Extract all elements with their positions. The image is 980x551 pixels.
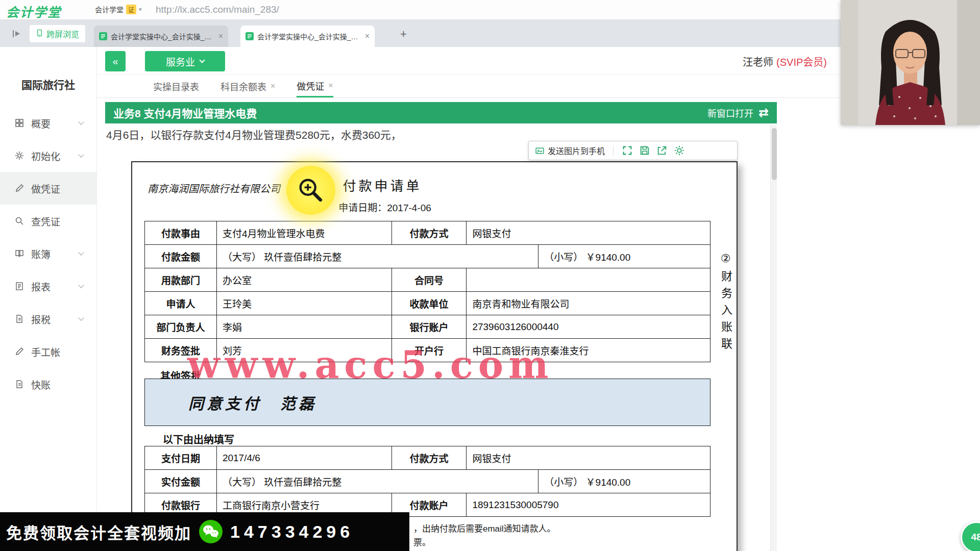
payment-form-image[interactable]: 南京海润国际旅行社有限公司 付款申请单 申请日期：2017-4-06 付款事由 … — [131, 161, 738, 551]
cashier-table: 支付日期 2017/4/6 付款方式 网银支付 实付金额 （大写） 玖仟壹佰肆拾… — [144, 446, 710, 517]
close-icon[interactable]: × — [365, 32, 370, 41]
settings-gear-icon[interactable] — [674, 145, 685, 156]
cell-label: 付款方式 — [392, 221, 467, 245]
open-new-window-button[interactable]: 新窗口打开 ⇄ — [707, 106, 769, 120]
sidebar-toggle-icon[interactable] — [11, 28, 22, 39]
send-to-phone-label: 发送图片到手机 — [548, 144, 605, 157]
cell-value: 李娟 — [217, 315, 392, 339]
cell-label: 银行账户 — [392, 315, 467, 339]
tab-account-balance[interactable]: 科目余额表 × — [220, 75, 275, 97]
user-account[interactable]: 汪老师 (SVIP会员) — [743, 54, 827, 69]
cell-value: （小写） ￥9140.00 — [538, 470, 710, 493]
sidebar-item-label: 做凭证 — [31, 182, 60, 195]
doc-icon — [14, 379, 24, 389]
industry-label: 服务业 — [166, 55, 195, 68]
promo-bar: 免费领取会计全套视频加 147334296 — [0, 512, 409, 551]
user-name: 汪老师 — [743, 54, 773, 69]
browser-address-bar: 会计学堂 会计学堂 证 ▾ http://lx.acc5.com/main_28… — [0, 0, 980, 20]
url-field[interactable]: http://lx.acc5.com/main_283/ — [156, 4, 279, 15]
browser-tab[interactable]: 会计学堂实操中心_会计实操_会... × — [94, 26, 228, 47]
browser-tab-strip: 跨屏浏览 会计学堂实操中心_会计实操_会... × 会计学堂实操中心_会计实操_… — [0, 20, 980, 47]
cell-value: 王玲美 — [217, 292, 392, 315]
wechat-number: 147334296 — [230, 522, 354, 542]
business-description: 4月6日，以银行存款支付4月物业管理费5280元，水费360元， — [106, 127, 402, 142]
tab-label: 做凭证 — [297, 79, 324, 92]
chevron-down-icon — [78, 152, 84, 157]
sidebar-item-quick-account[interactable]: 快账 — [0, 368, 96, 400]
edit-pen-icon — [14, 183, 24, 193]
screen: 会计学堂 会计学堂 证 ▾ http://lx.acc5.com/main_28… — [0, 0, 980, 551]
tab-title: 会计学堂实操中心_会计实操_会... — [111, 31, 215, 41]
sidebar-item-label: 查凭证 — [31, 214, 60, 228]
cross-screen-button[interactable]: 跨屏浏览 — [30, 25, 85, 42]
wechat-icon — [199, 519, 223, 544]
scrollbar-track[interactable] — [770, 125, 777, 551]
new-tab-button[interactable]: + — [400, 29, 407, 39]
table-row: 付款金额 （大写） 玖仟壹佰肆拾元整 （小写） ￥9140.00 — [145, 245, 710, 268]
sidebar-item-label: 快账 — [31, 378, 51, 391]
cell-value: 支付4月物业管理水电费 — [217, 221, 392, 245]
cell-label: 财务签批 — [145, 339, 217, 362]
tab-practice-directory[interactable]: 实操目录表 — [153, 75, 199, 97]
cell-label: 用款部门 — [145, 268, 217, 292]
sidebar-item-manual-account[interactable]: 手工帐 — [0, 335, 96, 368]
sidebar-item-label: 手工帐 — [31, 345, 60, 359]
page-favicon — [99, 32, 107, 40]
cell-label: 开户行 — [392, 339, 467, 362]
tab-label: 实操目录表 — [153, 80, 199, 93]
sidebar-item-make-voucher[interactable]: 做凭证 — [0, 172, 96, 205]
cell-value: 2017/4/6 — [217, 446, 392, 470]
industry-dropdown[interactable]: 服务业 — [145, 51, 225, 71]
scrollbar-thumb[interactable] — [772, 128, 777, 180]
export-icon[interactable] — [656, 145, 668, 156]
swap-arrows-icon: ⇄ — [758, 106, 769, 120]
cell-value: （大写） 玖仟壹佰肆拾元整 — [217, 470, 538, 493]
close-icon[interactable]: × — [328, 81, 333, 90]
sidebar-item-label: 报表 — [31, 280, 51, 293]
company-name: 国际旅行社 — [0, 47, 96, 107]
cashier-section-label: 以下由出纳填写 — [163, 432, 234, 446]
sidebar-item-find-voucher[interactable]: 查凭证 — [0, 205, 96, 237]
cell-value: 2739603126000440 — [467, 315, 710, 339]
tab-make-voucher[interactable]: 做凭证 × — [297, 75, 333, 97]
copy-designation-label: ②财务入账联 — [717, 252, 733, 355]
sidebar-item-tax[interactable]: 报税 — [0, 303, 96, 335]
form-note: 票。 — [413, 535, 431, 548]
grid-icon — [14, 118, 24, 128]
sidebar-item-reports[interactable]: 报表 — [0, 270, 96, 303]
pen-icon — [14, 346, 24, 357]
cell-label: 付款事由 — [145, 221, 217, 245]
sidebar-item-overview[interactable]: 概要 — [0, 107, 96, 139]
table-row: 支付日期 2017/4/6 付款方式 网银支付 — [145, 446, 710, 470]
bookmark-item[interactable]: 会计学堂 证 ▾ — [95, 4, 142, 14]
close-icon[interactable]: × — [271, 82, 275, 91]
fullscreen-icon[interactable] — [622, 145, 633, 156]
table-row: 用款部门 办公室 合同号 — [145, 268, 710, 292]
sidebar-item-label: 报税 — [31, 312, 51, 326]
table-row: 财务签批 刘芳 开户行 中国工商银行南京秦淮支行 — [145, 339, 710, 362]
form-title: 付款申请单 — [331, 176, 433, 194]
form-note: ，出纳付款后需要email通知请款人。 — [413, 521, 556, 534]
save-icon[interactable] — [639, 145, 650, 156]
cell-label: 部门负责人 — [145, 315, 217, 339]
cell-label: 支付日期 — [145, 446, 217, 470]
approval-signature-box: 同意支付 范磊 — [144, 379, 710, 426]
webcam-video — [841, 0, 980, 125]
payment-request-table: 付款事由 支付4月物业管理水电费 付款方式 网银支付 付款金额 （大写） 玖仟壹… — [144, 221, 710, 362]
sidebar-item-ledgers[interactable]: 账簿 — [0, 237, 96, 270]
sidebar-item-label: 初始化 — [31, 149, 60, 163]
cell-label: 合同号 — [392, 268, 467, 292]
browser-tab-active[interactable]: 会计学堂实操中心_会计实操_会... × — [240, 26, 375, 47]
search-icon — [14, 216, 24, 226]
caret-down-icon: ▾ — [139, 6, 142, 13]
sidebar-item-init[interactable]: 初始化 — [0, 139, 96, 172]
table-row: 申请人 王玲美 收款单位 南京青和物业有限公司 — [145, 292, 710, 315]
business-header-bar: 业务8 支付4月物业管理水电费 新窗口打开 ⇄ — [105, 102, 777, 123]
svip-badge: (SVIP会员) — [776, 54, 827, 69]
send-to-phone-button[interactable]: 发送图片到手机 — [535, 144, 605, 157]
report-icon — [14, 281, 24, 291]
cell-value: 南京青和物业有限公司 — [467, 292, 710, 315]
table-row: 部门负责人 李娟 银行账户 2739603126000440 — [145, 315, 710, 339]
close-icon[interactable]: × — [218, 32, 223, 41]
collapse-sidebar-button[interactable]: « — [105, 51, 126, 71]
